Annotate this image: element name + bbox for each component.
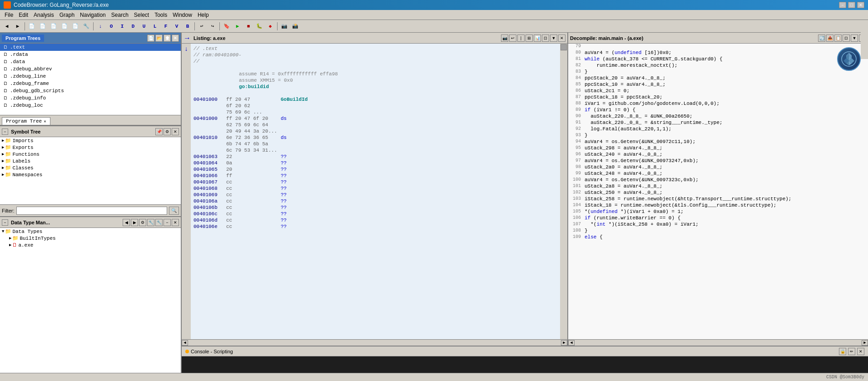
console-close-btn[interactable]: ✕ [857,348,864,355]
tree-item-text[interactable]: 🗋 .text [0,44,181,51]
menu-edit[interactable]: Edit [16,11,31,19]
menu-file[interactable]: File [2,11,16,19]
decompile-refresh-btn[interactable]: 🔄 [818,35,825,42]
menu-help[interactable]: Help [195,11,212,19]
maximize-button[interactable]: □ [848,2,855,8]
dhscroll-right-btn[interactable]: ▶ [862,340,868,346]
listing-scroll-thumb[interactable] [560,44,567,50]
menu-analysis[interactable]: Analysis [31,11,57,19]
decompile-copy-btn[interactable]: 📋 [834,35,842,42]
dhscroll-left-btn[interactable]: ◀ [568,340,575,346]
tb-diamond[interactable]: ◆ [265,21,275,31]
tb-btn-V[interactable]: V [172,21,182,31]
console-edit-btn[interactable]: ✏ [848,348,855,355]
menu-tools[interactable]: Tools [152,11,170,19]
symbol-classes[interactable]: ▶ 📁 Classes [0,164,181,171]
decompile-hscrollbar[interactable]: ◀ ▶ [568,339,868,346]
symbol-labels[interactable]: ▶ 📁 Labels [0,158,181,164]
dt-data-types[interactable]: ▼ 📁 Data Types [0,228,181,235]
filter-input[interactable] [16,207,168,215]
tb-btn-7[interactable]: 🔧 [81,21,91,31]
menu-graph[interactable]: Graph [57,11,77,19]
filter-search-btn[interactable]: 🔍 [169,207,179,215]
tree-scrollbar[interactable] [861,33,868,59]
listing-dropdown[interactable]: ▼ [550,35,557,42]
dt-config[interactable]: ⚙ [139,219,146,226]
tree-item-debug-gdb[interactable]: 🗋 .debug_gdb_scripts [0,87,181,94]
tb-stop[interactable]: ■ [243,21,253,31]
dt-nav-forward[interactable]: ▶ [131,219,138,226]
tb-redo[interactable]: ↪ [208,21,218,31]
listing-right-scrollbar[interactable] [560,44,567,339]
listing-snap-btn[interactable]: 📷 [501,35,508,42]
dt-btn2[interactable]: 🔧 [155,219,163,226]
listing-hscrollbar[interactable]: ◀ ▶ [182,339,567,346]
tree-item-zdebug-frame[interactable]: 🗋 .zdebug_frame [0,80,181,87]
symbol-tree-collapse-btn[interactable]: − [2,129,8,135]
tb-btn-D[interactable]: D [128,21,138,31]
menu-navigation[interactable]: Navigation [77,11,109,19]
tb-camera[interactable]: 📸 [290,21,300,31]
decompile-toggle[interactable]: ⊡ [843,35,850,42]
symbol-tree-close-btn[interactable]: ✕ [172,128,179,135]
console-lock-btn[interactable]: 🔒 [839,348,846,355]
menu-search[interactable]: Search [109,11,131,19]
menu-window[interactable]: Window [170,11,195,19]
data-type-collapse-btn[interactable]: − [2,219,8,226]
symbol-tree-config-btn[interactable]: ⚙ [164,128,171,135]
listing-toggle-btn[interactable]: ⊡ [542,35,549,42]
tb-forward-button[interactable]: ▶ [13,21,23,31]
tb-btn-6[interactable]: 📄 [70,21,80,31]
listing-restore-btn[interactable]: ↩ [509,35,516,42]
tb-btn-B[interactable]: B [183,21,193,31]
dt-nav-back[interactable]: ◀ [123,219,130,226]
listing-cursor-btn[interactable]: | [517,35,525,42]
listing-table-btn[interactable]: ⊞ [526,35,533,42]
decompile-content[interactable]: 79 80 auVar4 = (undefined [16])0x0; 81 w… [568,44,868,339]
decompile-export-btn[interactable]: 📤 [826,35,833,42]
symbol-exports[interactable]: ▶ 📁 Exports [0,144,181,151]
tb-run[interactable]: ▶ [233,21,243,31]
tree-item-data[interactable]: 🗋 .data [0,58,181,65]
hscroll-right-btn[interactable]: ▶ [561,340,567,346]
tb-btn-3[interactable]: 📄 [38,21,48,31]
tb-btn-L[interactable]: L [150,21,160,31]
minimize-button[interactable]: − [839,2,846,8]
listing-close[interactable]: ✕ [558,35,565,42]
dt-close[interactable]: ✕ [172,219,179,226]
listing-content[interactable]: // .text // ram:00401000- // [191,44,560,339]
tb-back-button[interactable]: ◀ [2,21,12,31]
tree-item-zdebug-abbrev[interactable]: 🗋 .zdebug_abbrev [0,65,181,73]
listing-graph-btn[interactable]: 📊 [534,35,541,42]
program-tree-tab-close[interactable]: ✕ [44,119,46,124]
tb-bookmark[interactable]: 🔖 [222,21,232,31]
tb-btn-2[interactable]: 📄 [27,21,37,31]
tb-btn-O[interactable]: O [106,21,116,31]
tb-btn-I[interactable]: I [117,21,127,31]
program-trees-close-btn[interactable]: ✕ [172,35,179,42]
program-trees-delete-btn[interactable]: 🗑 [164,35,171,42]
program-tree-tab[interactable]: Program Tree ✕ [2,117,50,125]
close-button[interactable]: ✕ [857,2,864,8]
tb-down-arrow[interactable]: ↓ [95,21,105,31]
tree-item-rdata[interactable]: 🗋 .rdata [0,51,181,58]
symbol-namespaces[interactable]: ▶ 📁 Namespaces [0,171,181,178]
tb-screenshot[interactable]: 📷 [279,21,289,31]
tb-btn-4[interactable]: 📄 [49,21,59,31]
dt-aexe[interactable]: ▶ 🗋 a.exe [0,242,181,248]
tb-undo[interactable]: ↩ [197,21,207,31]
dt-btn1[interactable]: 🔧 [147,219,154,226]
program-trees-tab[interactable]: Program Trees [2,35,44,42]
program-trees-new-btn[interactable]: 📄 [147,35,154,42]
decompile-dropdown[interactable]: ▼ [851,35,858,42]
tb-btn-5[interactable]: 📄 [60,21,69,31]
tree-item-zdebug-loc[interactable]: 🗋 .zdebug_loc [0,102,181,109]
tb-btn-U[interactable]: U [139,21,149,31]
tree-item-zdebug-line[interactable]: 🗋 .zdebug_line [0,73,181,80]
tb-btn-F[interactable]: F [161,21,171,31]
menu-select[interactable]: Select [131,11,152,19]
symbol-imports[interactable]: ▶ 📁 Imports [0,137,181,144]
symbol-functions[interactable]: ▶ 📁 Functions [0,151,181,158]
hscroll-left-btn[interactable]: ◀ [182,340,188,346]
tree-item-zdebug-info[interactable]: 🗋 .zdebug_info [0,94,181,102]
